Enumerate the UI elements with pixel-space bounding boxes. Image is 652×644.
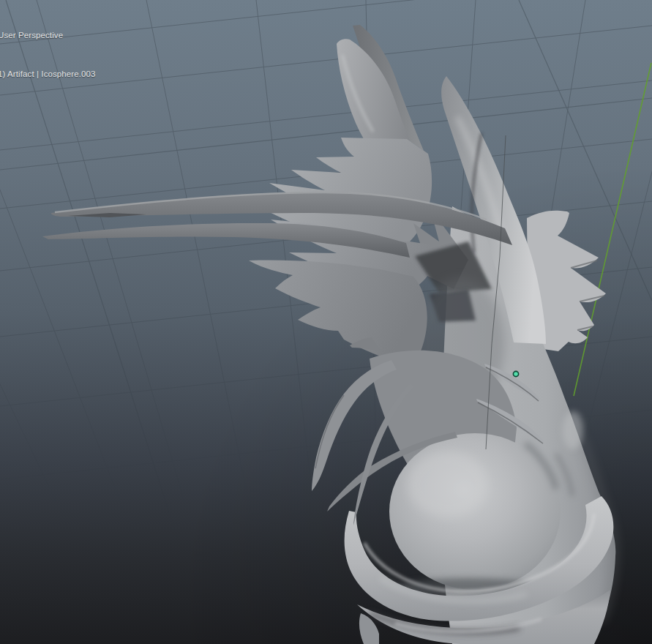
model-trunk-fold-highlight (563, 411, 583, 449)
3d-viewport[interactable]: User Perspective 1) Artifact | Icosphere… (0, 0, 652, 644)
viewport-canvas[interactable] (0, 0, 652, 644)
model-icosphere[interactable] (389, 433, 561, 590)
model-icosphere-highlight (408, 452, 488, 517)
object-origin-dot[interactable] (513, 371, 518, 376)
